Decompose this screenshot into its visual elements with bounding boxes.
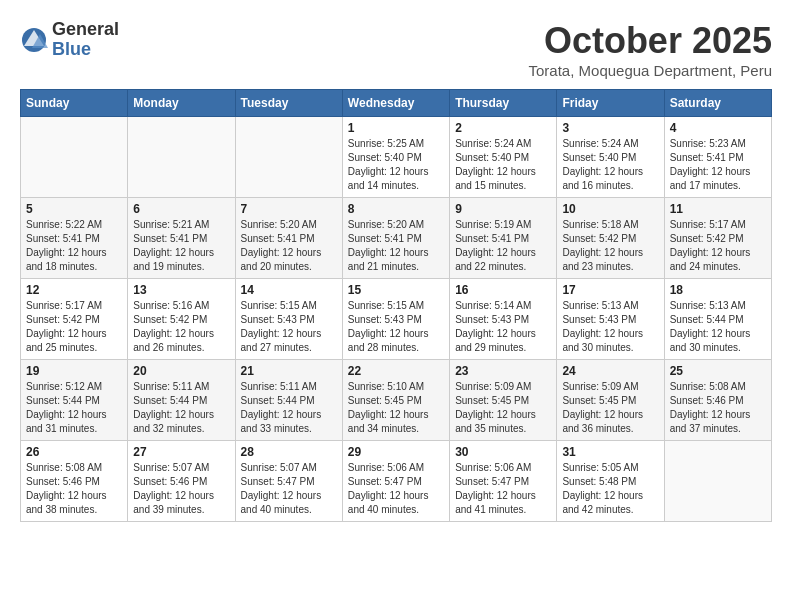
logo-blue-text: Blue [52, 40, 119, 60]
calendar-cell: 6Sunrise: 5:21 AM Sunset: 5:41 PM Daylig… [128, 198, 235, 279]
day-number: 4 [670, 121, 766, 135]
calendar-cell: 15Sunrise: 5:15 AM Sunset: 5:43 PM Dayli… [342, 279, 449, 360]
day-info: Sunrise: 5:09 AM Sunset: 5:45 PM Dayligh… [562, 380, 658, 436]
calendar-cell: 14Sunrise: 5:15 AM Sunset: 5:43 PM Dayli… [235, 279, 342, 360]
day-number: 21 [241, 364, 337, 378]
column-header-saturday: Saturday [664, 90, 771, 117]
day-number: 31 [562, 445, 658, 459]
day-info: Sunrise: 5:08 AM Sunset: 5:46 PM Dayligh… [26, 461, 122, 517]
calendar-cell: 26Sunrise: 5:08 AM Sunset: 5:46 PM Dayli… [21, 441, 128, 522]
day-number: 23 [455, 364, 551, 378]
day-number: 9 [455, 202, 551, 216]
day-number: 29 [348, 445, 444, 459]
calendar-table: SundayMondayTuesdayWednesdayThursdayFrid… [20, 89, 772, 522]
day-number: 18 [670, 283, 766, 297]
day-info: Sunrise: 5:05 AM Sunset: 5:48 PM Dayligh… [562, 461, 658, 517]
calendar-cell: 28Sunrise: 5:07 AM Sunset: 5:47 PM Dayli… [235, 441, 342, 522]
day-info: Sunrise: 5:24 AM Sunset: 5:40 PM Dayligh… [455, 137, 551, 193]
logo-text: General Blue [52, 20, 119, 60]
calendar-cell: 20Sunrise: 5:11 AM Sunset: 5:44 PM Dayli… [128, 360, 235, 441]
calendar-cell [235, 117, 342, 198]
day-info: Sunrise: 5:07 AM Sunset: 5:46 PM Dayligh… [133, 461, 229, 517]
calendar-cell: 24Sunrise: 5:09 AM Sunset: 5:45 PM Dayli… [557, 360, 664, 441]
day-info: Sunrise: 5:15 AM Sunset: 5:43 PM Dayligh… [241, 299, 337, 355]
day-info: Sunrise: 5:17 AM Sunset: 5:42 PM Dayligh… [26, 299, 122, 355]
calendar-cell: 8Sunrise: 5:20 AM Sunset: 5:41 PM Daylig… [342, 198, 449, 279]
calendar-cell: 16Sunrise: 5:14 AM Sunset: 5:43 PM Dayli… [450, 279, 557, 360]
logo: General Blue [20, 20, 119, 60]
day-info: Sunrise: 5:09 AM Sunset: 5:45 PM Dayligh… [455, 380, 551, 436]
day-info: Sunrise: 5:16 AM Sunset: 5:42 PM Dayligh… [133, 299, 229, 355]
calendar-cell: 4Sunrise: 5:23 AM Sunset: 5:41 PM Daylig… [664, 117, 771, 198]
calendar-cell: 31Sunrise: 5:05 AM Sunset: 5:48 PM Dayli… [557, 441, 664, 522]
day-number: 10 [562, 202, 658, 216]
calendar-cell: 25Sunrise: 5:08 AM Sunset: 5:46 PM Dayli… [664, 360, 771, 441]
day-info: Sunrise: 5:21 AM Sunset: 5:41 PM Dayligh… [133, 218, 229, 274]
day-info: Sunrise: 5:22 AM Sunset: 5:41 PM Dayligh… [26, 218, 122, 274]
calendar-cell: 23Sunrise: 5:09 AM Sunset: 5:45 PM Dayli… [450, 360, 557, 441]
calendar-week-row: 12Sunrise: 5:17 AM Sunset: 5:42 PM Dayli… [21, 279, 772, 360]
calendar-cell: 5Sunrise: 5:22 AM Sunset: 5:41 PM Daylig… [21, 198, 128, 279]
day-info: Sunrise: 5:13 AM Sunset: 5:44 PM Dayligh… [670, 299, 766, 355]
location-title: Torata, Moquegua Department, Peru [529, 62, 772, 79]
day-number: 25 [670, 364, 766, 378]
day-number: 27 [133, 445, 229, 459]
day-info: Sunrise: 5:18 AM Sunset: 5:42 PM Dayligh… [562, 218, 658, 274]
column-header-thursday: Thursday [450, 90, 557, 117]
day-number: 2 [455, 121, 551, 135]
day-info: Sunrise: 5:13 AM Sunset: 5:43 PM Dayligh… [562, 299, 658, 355]
day-number: 17 [562, 283, 658, 297]
day-info: Sunrise: 5:15 AM Sunset: 5:43 PM Dayligh… [348, 299, 444, 355]
calendar-cell: 10Sunrise: 5:18 AM Sunset: 5:42 PM Dayli… [557, 198, 664, 279]
calendar-cell: 7Sunrise: 5:20 AM Sunset: 5:41 PM Daylig… [235, 198, 342, 279]
column-header-friday: Friday [557, 90, 664, 117]
day-info: Sunrise: 5:17 AM Sunset: 5:42 PM Dayligh… [670, 218, 766, 274]
calendar-header-row: SundayMondayTuesdayWednesdayThursdayFrid… [21, 90, 772, 117]
calendar-cell [128, 117, 235, 198]
calendar-cell: 12Sunrise: 5:17 AM Sunset: 5:42 PM Dayli… [21, 279, 128, 360]
calendar-cell: 19Sunrise: 5:12 AM Sunset: 5:44 PM Dayli… [21, 360, 128, 441]
day-number: 24 [562, 364, 658, 378]
day-info: Sunrise: 5:06 AM Sunset: 5:47 PM Dayligh… [348, 461, 444, 517]
day-info: Sunrise: 5:07 AM Sunset: 5:47 PM Dayligh… [241, 461, 337, 517]
calendar-cell: 21Sunrise: 5:11 AM Sunset: 5:44 PM Dayli… [235, 360, 342, 441]
logo-general-text: General [52, 20, 119, 40]
column-header-tuesday: Tuesday [235, 90, 342, 117]
day-info: Sunrise: 5:08 AM Sunset: 5:46 PM Dayligh… [670, 380, 766, 436]
day-number: 11 [670, 202, 766, 216]
calendar-cell: 1Sunrise: 5:25 AM Sunset: 5:40 PM Daylig… [342, 117, 449, 198]
day-info: Sunrise: 5:20 AM Sunset: 5:41 PM Dayligh… [348, 218, 444, 274]
day-number: 6 [133, 202, 229, 216]
day-info: Sunrise: 5:11 AM Sunset: 5:44 PM Dayligh… [241, 380, 337, 436]
day-number: 3 [562, 121, 658, 135]
calendar-cell [21, 117, 128, 198]
day-info: Sunrise: 5:20 AM Sunset: 5:41 PM Dayligh… [241, 218, 337, 274]
day-number: 1 [348, 121, 444, 135]
calendar-week-row: 5Sunrise: 5:22 AM Sunset: 5:41 PM Daylig… [21, 198, 772, 279]
day-info: Sunrise: 5:19 AM Sunset: 5:41 PM Dayligh… [455, 218, 551, 274]
calendar-cell [664, 441, 771, 522]
day-number: 28 [241, 445, 337, 459]
calendar-cell: 18Sunrise: 5:13 AM Sunset: 5:44 PM Dayli… [664, 279, 771, 360]
day-number: 30 [455, 445, 551, 459]
day-number: 15 [348, 283, 444, 297]
calendar-cell: 13Sunrise: 5:16 AM Sunset: 5:42 PM Dayli… [128, 279, 235, 360]
day-info: Sunrise: 5:14 AM Sunset: 5:43 PM Dayligh… [455, 299, 551, 355]
calendar-cell: 29Sunrise: 5:06 AM Sunset: 5:47 PM Dayli… [342, 441, 449, 522]
day-number: 5 [26, 202, 122, 216]
calendar-cell: 17Sunrise: 5:13 AM Sunset: 5:43 PM Dayli… [557, 279, 664, 360]
column-header-monday: Monday [128, 90, 235, 117]
logo-icon [20, 26, 48, 54]
day-info: Sunrise: 5:06 AM Sunset: 5:47 PM Dayligh… [455, 461, 551, 517]
calendar-cell: 30Sunrise: 5:06 AM Sunset: 5:47 PM Dayli… [450, 441, 557, 522]
day-number: 8 [348, 202, 444, 216]
day-info: Sunrise: 5:12 AM Sunset: 5:44 PM Dayligh… [26, 380, 122, 436]
page-header: General Blue October 2025 Torata, Moqueg… [20, 20, 772, 79]
day-number: 7 [241, 202, 337, 216]
day-info: Sunrise: 5:23 AM Sunset: 5:41 PM Dayligh… [670, 137, 766, 193]
calendar-cell: 11Sunrise: 5:17 AM Sunset: 5:42 PM Dayli… [664, 198, 771, 279]
day-number: 19 [26, 364, 122, 378]
calendar-cell: 27Sunrise: 5:07 AM Sunset: 5:46 PM Dayli… [128, 441, 235, 522]
day-number: 16 [455, 283, 551, 297]
title-section: October 2025 Torata, Moquegua Department… [529, 20, 772, 79]
